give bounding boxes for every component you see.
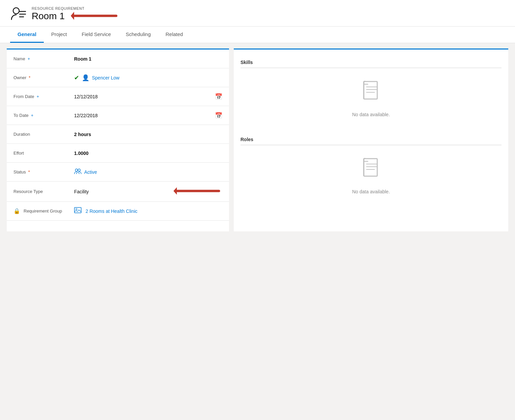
status-value[interactable]: Active bbox=[74, 167, 222, 176]
tab-related[interactable]: Related bbox=[158, 27, 191, 43]
svg-point-7 bbox=[78, 169, 81, 171]
resource-type-row: Resource Type Facility bbox=[7, 182, 229, 202]
skills-title: Skills bbox=[240, 55, 502, 68]
to-date-calendar-icon[interactable]: 📅 bbox=[215, 112, 222, 119]
skills-section: Skills No data available. bbox=[240, 55, 502, 124]
from-date-value[interactable]: 12/12/2018 📅 bbox=[74, 93, 222, 100]
tab-bar: General Project Field Service Scheduling… bbox=[0, 27, 515, 43]
status-required: * bbox=[28, 169, 30, 174]
name-value[interactable]: Room 1 bbox=[74, 56, 222, 62]
svg-point-11 bbox=[76, 208, 77, 210]
duration-row: Duration 2 hours bbox=[7, 125, 229, 144]
from-date-calendar-icon[interactable]: 📅 bbox=[215, 93, 222, 100]
name-row: Name + Room 1 bbox=[7, 50, 229, 68]
status-label: Status * bbox=[13, 169, 74, 174]
effort-value[interactable]: 1.0000 bbox=[74, 151, 222, 156]
svg-point-0 bbox=[13, 8, 19, 14]
tab-general[interactable]: General bbox=[10, 27, 44, 43]
tab-scheduling[interactable]: Scheduling bbox=[118, 27, 158, 43]
owner-value[interactable]: ✔ 👤 Spencer Low bbox=[74, 74, 222, 82]
red-arrow-icon bbox=[71, 10, 120, 22]
skills-no-data-text: No data available. bbox=[352, 112, 390, 117]
to-date-row: To Date + 12/22/2018 📅 bbox=[7, 106, 229, 125]
effort-row: Effort 1.0000 bbox=[7, 144, 229, 163]
page-title: Room 1 bbox=[32, 10, 65, 22]
to-date-value[interactable]: 12/22/2018 📅 bbox=[74, 112, 222, 119]
from-date-label: From Date + bbox=[13, 94, 74, 99]
main-content: Name + Room 1 Owner * ✔ 👤 Spencer Low Fr… bbox=[0, 43, 515, 237]
to-date-required: + bbox=[31, 113, 34, 118]
resource-type-label: Resource Type bbox=[13, 189, 74, 194]
owner-row: Owner * ✔ 👤 Spencer Low bbox=[7, 68, 229, 87]
header-subtitle: RESOURCE REQUIREMENT bbox=[32, 6, 120, 10]
resource-requirement-icon bbox=[10, 6, 26, 22]
group-icon bbox=[74, 167, 82, 176]
resource-type-red-arrow bbox=[173, 186, 222, 197]
owner-required: * bbox=[29, 75, 30, 80]
right-panel: Skills No data available. bbox=[234, 49, 508, 231]
roles-no-data-icon bbox=[361, 158, 381, 186]
tab-field-service[interactable]: Field Service bbox=[74, 27, 119, 43]
name-label: Name + bbox=[13, 56, 74, 61]
left-panel: Name + Room 1 Owner * ✔ 👤 Spencer Low Fr… bbox=[7, 49, 229, 231]
person-icon: 👤 bbox=[82, 74, 89, 82]
lock-icon: 🔒 bbox=[13, 208, 20, 214]
roles-no-data-area: No data available. bbox=[240, 148, 502, 201]
page-header: RESOURCE REQUIREMENT Room 1 bbox=[0, 0, 515, 27]
roles-section: Roles No data available. bbox=[240, 132, 502, 201]
svg-rect-10 bbox=[74, 207, 81, 213]
bottom-spacer bbox=[7, 221, 229, 231]
green-check-icon: ✔ bbox=[74, 74, 79, 82]
image-icon bbox=[74, 207, 82, 215]
svg-marker-5 bbox=[71, 12, 74, 20]
name-required: + bbox=[28, 56, 30, 61]
from-date-row: From Date + 12/12/2018 📅 bbox=[7, 87, 229, 106]
status-row: Status * Active bbox=[7, 163, 229, 182]
requirement-group-row: 🔒 Requirement Group 2 Rooms at Health Cl… bbox=[7, 202, 229, 221]
resource-type-value[interactable]: Facility bbox=[74, 186, 222, 197]
header-text-block: RESOURCE REQUIREMENT Room 1 bbox=[32, 6, 120, 22]
owner-label: Owner * bbox=[13, 75, 74, 80]
svg-point-6 bbox=[75, 169, 78, 171]
requirement-group-value[interactable]: 2 Rooms at Health Clinic bbox=[74, 207, 222, 215]
requirement-group-label: 🔒 Requirement Group bbox=[13, 208, 74, 214]
duration-label: Duration bbox=[13, 132, 74, 137]
tab-project[interactable]: Project bbox=[44, 27, 74, 43]
svg-marker-9 bbox=[173, 187, 177, 195]
effort-label: Effort bbox=[13, 151, 74, 156]
duration-value[interactable]: 2 hours bbox=[74, 132, 222, 137]
from-date-required: + bbox=[36, 94, 39, 99]
roles-no-data-text: No data available. bbox=[352, 189, 390, 194]
roles-title: Roles bbox=[240, 132, 502, 145]
to-date-label: To Date + bbox=[13, 113, 74, 118]
skills-no-data-icon bbox=[361, 81, 381, 108]
skills-no-data-area: No data available. bbox=[240, 71, 502, 124]
